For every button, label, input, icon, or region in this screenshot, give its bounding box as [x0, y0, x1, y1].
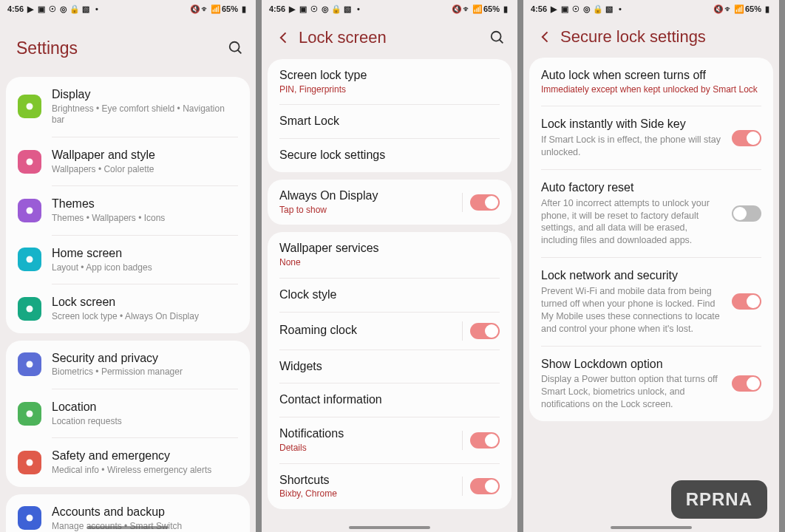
settings-row[interactable]: Wallpaper servicesNone — [268, 232, 512, 277]
row-label: Lock screen — [52, 295, 238, 310]
row-sub: Tap to show — [279, 205, 456, 216]
toggle-switch[interactable] — [470, 478, 500, 494]
status-time: 4:56 — [531, 4, 547, 13]
reddit-icon: ☉ — [310, 4, 319, 13]
settings-row[interactable]: Auto lock when screen turns offImmediate… — [529, 58, 773, 106]
location-icon — [18, 402, 41, 426]
phone-lock-screen: 4:56 ▶ ▣ ☉ ◎ 🔒 ▧ • 🔇 ᯤ 📶 65% ▮ Lock scre… — [262, 0, 517, 532]
shield-icon — [18, 352, 41, 376]
volume-mute-icon: 🔇 — [452, 4, 461, 13]
row-description: Prevent Wi-Fi and mobile data from being… — [541, 285, 724, 335]
settings-list[interactable]: DisplayBrightness • Eye comfort shield •… — [0, 77, 256, 532]
settings-row[interactable]: LocationLocation requests — [6, 389, 250, 437]
settings-row[interactable]: ThemesThemes • Wallpapers • Icons — [6, 186, 250, 234]
settings-row[interactable]: Show Lockdown optionDisplay a Power butt… — [529, 347, 773, 421]
svg-line-1 — [238, 50, 242, 54]
settings-row[interactable]: Lock instantly with Side keyIf Smart Loc… — [529, 106, 773, 169]
home-indicator[interactable] — [87, 526, 169, 529]
settings-row[interactable]: Contact information — [268, 383, 512, 417]
settings-row[interactable]: Lock network and securityPrevent Wi-Fi a… — [529, 258, 773, 345]
more-icon: • — [354, 4, 363, 13]
row-label: Display — [52, 87, 238, 103]
toggle-switch[interactable] — [470, 323, 500, 339]
more-icon: • — [92, 4, 101, 13]
gallery-icon: ▧ — [81, 4, 90, 13]
toggle-switch[interactable] — [732, 293, 761, 310]
toggle-switch[interactable] — [470, 194, 500, 211]
settings-group: DisplayBrightness • Eye comfort shield •… — [6, 77, 250, 333]
settings-row[interactable]: Always On DisplayTap to show — [268, 180, 512, 225]
toggle-switch[interactable] — [732, 205, 761, 222]
settings-row[interactable]: Clock style — [268, 279, 512, 312]
settings-row[interactable]: Screen lock typePIN, Fingerprints — [268, 59, 512, 104]
securelock-list[interactable]: Auto lock when screen turns offImmediate… — [523, 58, 779, 532]
wifi-icon: ᯤ — [463, 4, 472, 13]
lockscreen-list[interactable]: Screen lock typePIN, FingerprintsSmart L… — [262, 59, 517, 532]
settings-row[interactable]: Auto factory resetAfter 10 incorrect att… — [529, 170, 773, 257]
settings-row[interactable]: Roaming clock — [268, 313, 512, 349]
svg-point-6 — [27, 305, 33, 312]
settings-row[interactable]: Wallpaper and styleWallpapers • Color pa… — [6, 137, 250, 185]
row-description: If Smart Lock is in effect, the phone wi… — [541, 134, 724, 159]
reddit-icon: ☉ — [48, 4, 57, 13]
search-button[interactable] — [486, 27, 509, 49]
settings-row[interactable]: Security and privacyBiometrics • Permiss… — [6, 341, 250, 389]
row-sub: Bixby, Chrome — [279, 488, 456, 500]
row-label: Auto factory reset — [541, 180, 724, 196]
status-bar: 4:56 ▶ ▣ ☉ ◎ 🔒 ▧ • 🔇 ᯤ 📶 65% ▮ — [262, 0, 517, 16]
row-label: Shortcuts — [279, 473, 456, 488]
toggle-separator — [462, 193, 463, 212]
header: Secure lock settings — [523, 16, 779, 58]
svg-point-7 — [27, 361, 33, 368]
battery-icon: ▮ — [501, 4, 510, 13]
settings-row[interactable]: NotificationsDetails — [268, 417, 512, 463]
page-title: Lock screen — [299, 28, 486, 47]
toggle-switch[interactable] — [732, 375, 761, 392]
status-time: 4:56 — [269, 4, 285, 13]
wifi-icon: ᯤ — [201, 4, 210, 13]
volume-mute-icon: 🔇 — [191, 4, 200, 13]
youtube-icon: ▶ — [288, 4, 296, 13]
svg-point-10 — [27, 515, 33, 522]
settings-row[interactable]: Home screenLayout • App icon badges — [6, 236, 250, 284]
settings-row[interactable]: Widgets — [268, 350, 512, 383]
row-label: Wallpaper and style — [52, 148, 238, 163]
lockscreen-group: Screen lock typePIN, FingerprintsSmart L… — [268, 59, 512, 172]
display-icon — [18, 95, 41, 118]
more-icon: • — [616, 4, 625, 13]
settings-row[interactable]: DisplayBrightness • Eye comfort shield •… — [6, 77, 250, 137]
row-sub: Screen lock type • Always On Display — [52, 311, 238, 323]
video-icon: ▣ — [560, 4, 569, 13]
volume-mute-icon: 🔇 — [714, 4, 723, 13]
svg-line-13 — [500, 40, 503, 44]
row-label: Wallpaper services — [279, 241, 500, 256]
toggle-switch[interactable] — [470, 432, 500, 449]
settings-row[interactable]: Smart Lock — [268, 105, 512, 138]
row-label: Roaming clock — [279, 323, 456, 338]
row-label: Auto lock when screen turns off — [541, 68, 761, 83]
row-label: Smart Lock — [279, 114, 500, 129]
battery-pct: 65% — [745, 4, 761, 13]
home-indicator[interactable] — [349, 526, 430, 529]
back-button[interactable] — [535, 27, 556, 47]
row-sub: Medical info • Wireless emergency alerts — [52, 465, 238, 477]
settings-row[interactable]: Secure lock settings — [268, 139, 512, 172]
search-button[interactable] — [225, 37, 247, 59]
svg-point-3 — [27, 158, 33, 165]
row-sub: Biometrics • Permission manager — [52, 366, 238, 378]
settings-row[interactable]: Lock screenScreen lock type • Always On … — [6, 284, 250, 332]
video-icon: ▣ — [299, 4, 307, 13]
svg-point-5 — [27, 256, 33, 263]
toggle-switch[interactable] — [732, 130, 761, 146]
home-indicator[interactable] — [611, 526, 692, 529]
lock-badge-icon — [18, 297, 41, 321]
row-sub: Layout • App icon badges — [52, 262, 238, 274]
row-sub: Brightness • Eye comfort shield • Naviga… — [52, 103, 238, 126]
settings-row[interactable]: Safety and emergencyMedical info • Wirel… — [6, 438, 250, 486]
battery-pct: 65% — [222, 4, 238, 13]
back-button[interactable] — [273, 27, 294, 48]
lock-icon: 🔒 — [594, 4, 602, 13]
row-label: Security and privacy — [52, 351, 238, 366]
wifi-icon: ᯤ — [724, 4, 733, 13]
settings-row[interactable]: ShortcutsBixby, Chrome — [268, 464, 512, 509]
